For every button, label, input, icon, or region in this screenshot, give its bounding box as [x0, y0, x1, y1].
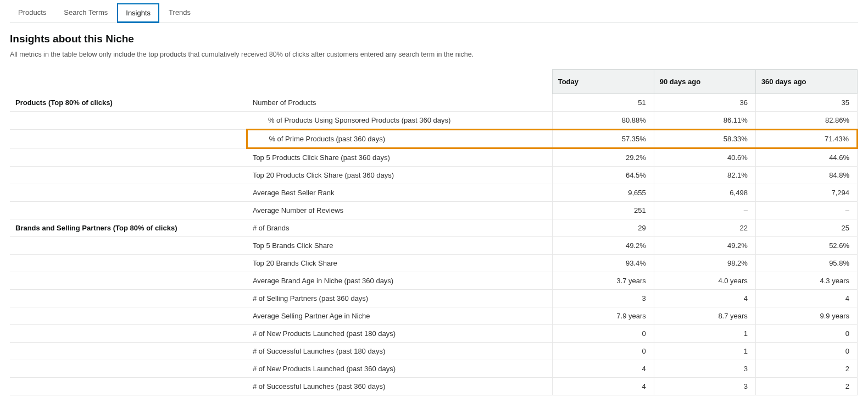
metric-value: 29 [552, 219, 654, 237]
table-row: % of Prime Products (past 360 days)57.35… [10, 130, 858, 148]
metric-value: 80.88% [552, 112, 654, 130]
table-row: Average Selling Partner Age in Niche7.9 … [10, 307, 858, 325]
metric-value: 58.33% [654, 130, 755, 148]
header-blank-metric [247, 70, 552, 94]
metric-value: 0 [552, 325, 654, 343]
metric-value: 86.11% [654, 112, 755, 130]
table-row: Top 20 Brands Click Share93.4%98.2%95.8% [10, 255, 858, 272]
metric-label: Average Selling Partner Age in Niche [247, 307, 552, 325]
group-cell [10, 325, 247, 343]
group-cell [10, 255, 247, 272]
table-row: Top 5 Brands Click Share49.2%49.2%52.6% [10, 237, 858, 255]
metric-label: % of Prime Products (past 360 days) [247, 130, 552, 148]
header-90-days: 90 days ago [654, 70, 755, 94]
metric-value: 9.9 years [755, 307, 857, 325]
metric-label: Number of Products [247, 94, 552, 112]
metric-value: 4.3 years [755, 272, 857, 290]
metric-value: 57.35% [552, 130, 654, 148]
metric-value: 44.6% [755, 148, 857, 167]
table-row: # of Successful Launches (past 180 days)… [10, 343, 858, 360]
metric-value: 49.2% [654, 237, 755, 255]
tab-products[interactable]: Products [10, 3, 54, 23]
metric-label: # of Successful Launches (past 180 days) [247, 343, 552, 360]
group-cell [10, 237, 247, 255]
metric-value: 93.4% [552, 255, 654, 272]
group-cell [10, 112, 247, 130]
table-row: # of Selling Partners (past 360 days)344 [10, 290, 858, 307]
metric-value: 36 [654, 94, 755, 112]
group-cell [10, 343, 247, 360]
metric-value: 4.0 years [654, 272, 755, 290]
group-cell [10, 148, 247, 167]
tab-search-terms[interactable]: Search Terms [55, 3, 116, 23]
metric-label: Average Brand Age in Niche (past 360 day… [247, 272, 552, 290]
metric-value: 0 [755, 325, 857, 343]
group-cell [10, 272, 247, 290]
metric-value: 2 [755, 378, 857, 395]
metric-label: # of New Products Launched (past 180 day… [247, 325, 552, 343]
table-row: # of New Products Launched (past 180 day… [10, 325, 858, 343]
metric-label: # of Successful Launches (past 360 days) [247, 378, 552, 395]
metric-value: 2 [755, 360, 857, 378]
group-cell [10, 184, 247, 202]
metric-value: 71.43% [755, 130, 857, 148]
metric-value: 64.5% [552, 167, 654, 184]
table-row: # of New Products Launched (past 360 day… [10, 360, 858, 378]
page-title: Insights about this Niche [10, 33, 858, 45]
metric-label: Top 20 Brands Click Share [247, 255, 552, 272]
metric-value: 3 [654, 378, 755, 395]
group-cell [10, 307, 247, 325]
page-description: All metrics in the table below only incl… [10, 51, 858, 58]
metric-value: 8.7 years [654, 307, 755, 325]
metric-value: 52.6% [755, 237, 857, 255]
metric-value: 251 [552, 202, 654, 219]
metric-value: 4 [654, 290, 755, 307]
metric-value: 7.9 years [552, 307, 654, 325]
metric-value: 1 [654, 343, 755, 360]
table-row: Average Number of Reviews251–– [10, 202, 858, 219]
metric-value: 51 [552, 94, 654, 112]
metric-value: 4 [552, 378, 654, 395]
metric-value: 4 [755, 290, 857, 307]
insights-table: Today 90 days ago 360 days ago Products … [10, 69, 858, 395]
table-row: Average Brand Age in Niche (past 360 day… [10, 272, 858, 290]
metric-value: 82.1% [654, 167, 755, 184]
tab-insights[interactable]: Insights [117, 3, 159, 23]
metric-label: # of Selling Partners (past 360 days) [247, 290, 552, 307]
metric-label: # of New Products Launched (past 360 day… [247, 360, 552, 378]
metric-value: 25 [755, 219, 857, 237]
metric-value: 1 [654, 325, 755, 343]
metric-value: 98.2% [654, 255, 755, 272]
metric-value: – [654, 202, 755, 219]
group-cell [10, 360, 247, 378]
table-row: % of Products Using Sponsored Products (… [10, 112, 858, 130]
tab-trends[interactable]: Trends [160, 3, 199, 23]
metric-value: 0 [552, 343, 654, 360]
header-blank-group [10, 70, 247, 94]
group-cell [10, 167, 247, 184]
table-row: Average Best Seller Rank9,6556,4987,294 [10, 184, 858, 202]
metric-label: Top 5 Brands Click Share [247, 237, 552, 255]
table-header-row: Today 90 days ago 360 days ago [10, 70, 858, 94]
metric-value: 84.8% [755, 167, 857, 184]
group-cell [10, 202, 247, 219]
metric-value: 3.7 years [552, 272, 654, 290]
table-row: Products (Top 80% of clicks)Number of Pr… [10, 94, 858, 112]
metric-value: 4 [552, 360, 654, 378]
table-row: Top 5 Products Click Share (past 360 day… [10, 148, 858, 167]
metric-value: 40.6% [654, 148, 755, 167]
metric-value: 22 [654, 219, 755, 237]
metric-value: 7,294 [755, 184, 857, 202]
metric-value: 9,655 [552, 184, 654, 202]
table-row: # of Successful Launches (past 360 days)… [10, 378, 858, 395]
group-cell: Brands and Selling Partners (Top 80% of … [10, 219, 247, 237]
metric-value: 35 [755, 94, 857, 112]
table-row: Top 20 Products Click Share (past 360 da… [10, 167, 858, 184]
group-cell: Products (Top 80% of clicks) [10, 94, 247, 112]
group-cell [10, 130, 247, 148]
metric-label: Top 5 Products Click Share (past 360 day… [247, 148, 552, 167]
metric-value: 3 [654, 360, 755, 378]
metric-label: % of Products Using Sponsored Products (… [247, 112, 552, 130]
metric-value: 95.8% [755, 255, 857, 272]
metric-value: 3 [552, 290, 654, 307]
